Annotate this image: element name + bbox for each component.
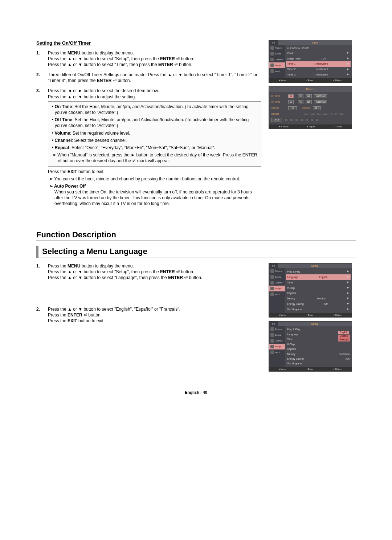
sound-icon <box>270 333 274 337</box>
t: : Set the Hour, Minute, am/pm, and Activ… <box>55 104 249 115</box>
subnote: ➣ When "Manual" is selected, press the ►… <box>51 152 258 164</box>
hour-box: 12 <box>288 94 294 98</box>
osd-foot-enter: ⏎ Enter <box>306 314 313 316</box>
t: Three different On/Off Timer Settings ca… <box>48 72 257 83</box>
t: button to display the menu. <box>80 263 134 269</box>
sound-icon <box>270 52 274 56</box>
osd-time-menu: TV Time Picture Sound Channel Setup Inpu… <box>269 40 352 83</box>
osd-sidebar: Picture Sound Channel Setup Input <box>269 45 285 78</box>
t: Press the ▲ or ▼ button to select "Langu… <box>48 275 168 280</box>
step-num: 2. <box>36 306 40 312</box>
day-checkbox <box>305 118 308 121</box>
steps-timer: 1. Press the MENU button to display the … <box>36 50 261 207</box>
t: : Inactivated <box>314 68 328 71</box>
t: Time <box>287 338 293 341</box>
step-2: 2. Three different On/Off Timer Settings… <box>36 72 261 83</box>
t: Input <box>275 293 280 296</box>
arrow-icon: ► <box>347 68 350 71</box>
input-icon <box>270 292 274 296</box>
t: Input <box>275 351 280 354</box>
arrow-icon: ► <box>347 51 350 55</box>
arrow-icon: ► <box>347 62 350 66</box>
osd-setup-menu-1: TV Setup Picture Sound Channel Setup Inp… <box>269 263 352 318</box>
t: Timer 2 <box>287 68 295 71</box>
channel-icon <box>270 58 274 61</box>
picture-icon <box>270 327 274 331</box>
t: Channel <box>275 339 283 342</box>
sound-icon <box>270 275 274 279</box>
lang-option: Español <box>338 335 350 338</box>
t: : Select the desired channel. <box>72 138 127 143</box>
once-box: Once <box>271 118 282 122</box>
steps-language: 1. Press the MENU button to display the … <box>36 263 261 324</box>
t: Press the <box>48 169 68 174</box>
t: Press the ▲ or ▼ button to select "Engli… <box>48 307 180 312</box>
t: : Inactivated <box>314 62 328 65</box>
t: Channel <box>55 138 72 143</box>
t: Language <box>287 275 298 279</box>
step-1: 1. Press the MENU button to display the … <box>36 263 261 281</box>
arrow-icon: ► <box>347 286 350 290</box>
osd-foot-move: ◄► Move <box>278 125 289 128</box>
t: Sleep Timer <box>287 57 301 60</box>
t: Auto Power Off <box>54 184 86 189</box>
setup-icon <box>270 287 274 290</box>
t: : Medium <box>339 352 350 356</box>
t: SW Upgrade <box>287 308 302 311</box>
t: Press the ▲ or ▼ button to select "Setup… <box>48 56 160 61</box>
page-footer: English - 40 <box>36 390 356 395</box>
t: Setup <box>275 345 281 348</box>
t: V-Chip <box>287 286 295 290</box>
t: Thu <box>330 112 333 115</box>
osd-foot-enter: ⏎ Enter <box>306 79 313 82</box>
osd-foot-move: ♦ Move <box>279 314 286 316</box>
t: Timer 1 <box>287 62 295 65</box>
t: button to exit. <box>77 318 105 323</box>
osd-foot-return: ↩ Return <box>333 368 342 371</box>
day-checkbox <box>285 118 288 121</box>
osd-title: Setup <box>278 322 352 326</box>
note: ➣ You can set the hour, minute and chann… <box>48 176 261 182</box>
t: Melody <box>287 352 295 356</box>
t: ENTER <box>160 56 175 61</box>
t: Caption <box>287 347 296 351</box>
day-checkbox <box>295 118 298 121</box>
input-icon <box>270 351 274 354</box>
step-1: 1. Press the MENU button to display the … <box>36 50 261 68</box>
step-num: 1. <box>36 263 40 269</box>
arrow-icon: ► <box>347 302 350 306</box>
arrow-icon: ► <box>347 281 350 285</box>
t: Press the <box>48 50 68 56</box>
lang-option: English <box>338 331 349 334</box>
t: : Set the Hour, Minute, am/pm, and Activ… <box>55 117 249 128</box>
t: Input <box>275 70 280 73</box>
t: Channel <box>302 107 311 110</box>
t: Picture <box>275 328 282 331</box>
ampm-box: am <box>306 100 312 104</box>
t: ⏎ button. <box>175 269 194 274</box>
setup-icon <box>270 345 274 348</box>
arrow-icon: ► <box>347 275 350 279</box>
t: ENTER <box>158 62 173 67</box>
picture-icon <box>270 46 274 50</box>
t: : Inactivated <box>314 73 328 76</box>
t: : English <box>318 275 327 279</box>
t: Channel <box>275 281 283 284</box>
t: Press the ◄ or ► button to select the de… <box>48 88 159 93</box>
day-checkbox <box>290 118 293 121</box>
t: Plug & Play <box>287 328 300 331</box>
act-box: Inactivate <box>314 100 327 104</box>
t: Timer 3 <box>287 73 295 76</box>
t: ENTER <box>97 78 112 83</box>
t: button to exit. <box>77 169 105 174</box>
arrow-icon: ► <box>347 57 350 61</box>
t: When "Manual" is selected, press the ► b… <box>57 152 257 163</box>
t: Setup <box>275 64 281 67</box>
t: On Time <box>55 104 72 109</box>
t: Tue <box>317 112 320 115</box>
t: Volume <box>55 131 70 136</box>
osd-foot-enter: ⏎ Enter <box>306 368 313 371</box>
ch-box: Air 3 <box>313 106 320 110</box>
step-num: 1. <box>36 50 40 56</box>
t: Press the <box>48 318 68 323</box>
